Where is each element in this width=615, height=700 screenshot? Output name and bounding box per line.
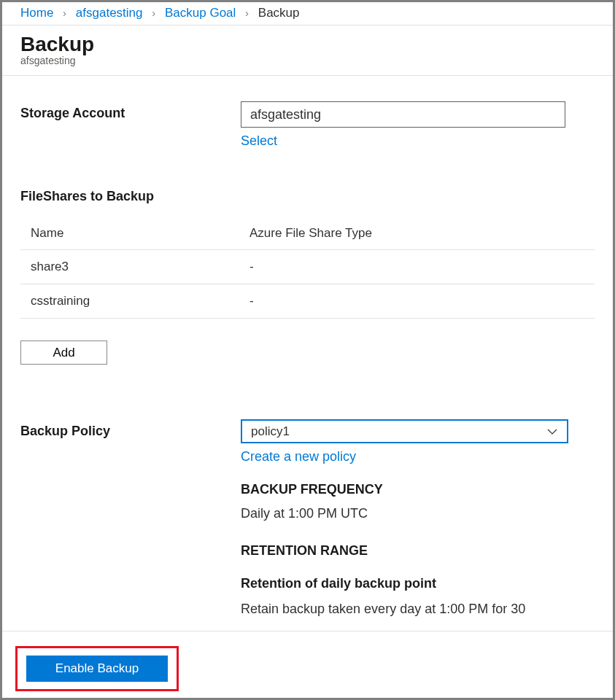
select-storage-link[interactable]: Select: [241, 133, 277, 149]
page-subtitle: afsgatesting: [20, 55, 595, 66]
page-header: Backup afsgatesting: [2, 26, 613, 76]
storage-account-label: Storage Account: [20, 101, 241, 121]
page-title: Backup: [20, 33, 595, 56]
backup-policy-label: Backup Policy: [20, 419, 241, 439]
chevron-right-icon: ›: [245, 7, 249, 19]
policy-dropdown[interactable]: policy1: [241, 419, 568, 443]
retention-range-heading: RETENTION RANGE: [241, 543, 595, 559]
fileshare-type: -: [239, 250, 595, 284]
storage-account-input[interactable]: [241, 101, 565, 128]
fileshare-name: csstraining: [20, 284, 239, 319]
breadcrumb-goal[interactable]: Backup Goal: [165, 6, 236, 20]
backup-frequency-heading: BACKUP FREQUENCY: [241, 482, 595, 497]
table-row: share3 -: [20, 250, 595, 284]
retention-daily-heading: Retention of daily backup point: [241, 576, 595, 591]
breadcrumb-resource[interactable]: afsgatesting: [76, 6, 143, 20]
breadcrumb: Home › afsgatesting › Backup Goal › Back…: [2, 2, 613, 26]
breadcrumb-home[interactable]: Home: [20, 6, 53, 20]
fileshare-type: -: [239, 284, 595, 319]
policy-details: BACKUP FREQUENCY Daily at 1:00 PM UTC RE…: [241, 482, 595, 617]
column-header-type: Azure File Share Type: [239, 219, 595, 250]
main-content: Storage Account Select FileShares to Bac…: [2, 76, 613, 617]
fileshares-table: Name Azure File Share Type share3 - csst…: [20, 219, 595, 319]
policy-selected-value: policy1: [251, 424, 290, 439]
fileshares-heading: FileShares to Backup: [20, 189, 595, 204]
storage-account-field: Storage Account Select: [20, 101, 595, 149]
highlight-annotation: Enable Backup: [15, 646, 179, 691]
create-policy-link[interactable]: Create a new policy: [241, 449, 356, 464]
add-button[interactable]: Add: [20, 341, 107, 365]
breadcrumb-current: Backup: [258, 6, 300, 20]
backup-frequency-value: Daily at 1:00 PM UTC: [241, 506, 595, 521]
table-row: csstraining -: [20, 284, 595, 319]
column-header-name: Name: [20, 219, 239, 250]
backup-policy-section: Backup Policy policy1 Create a new polic…: [20, 419, 595, 617]
chevron-right-icon: ›: [152, 7, 155, 19]
retention-daily-value: Retain backup taken every day at 1:00 PM…: [241, 602, 595, 617]
enable-backup-button[interactable]: Enable Backup: [26, 656, 168, 682]
chevron-right-icon: ›: [63, 7, 66, 19]
footer-bar: Enable Backup: [2, 631, 613, 698]
chevron-down-icon: [546, 426, 558, 438]
fileshare-name: share3: [20, 250, 239, 284]
